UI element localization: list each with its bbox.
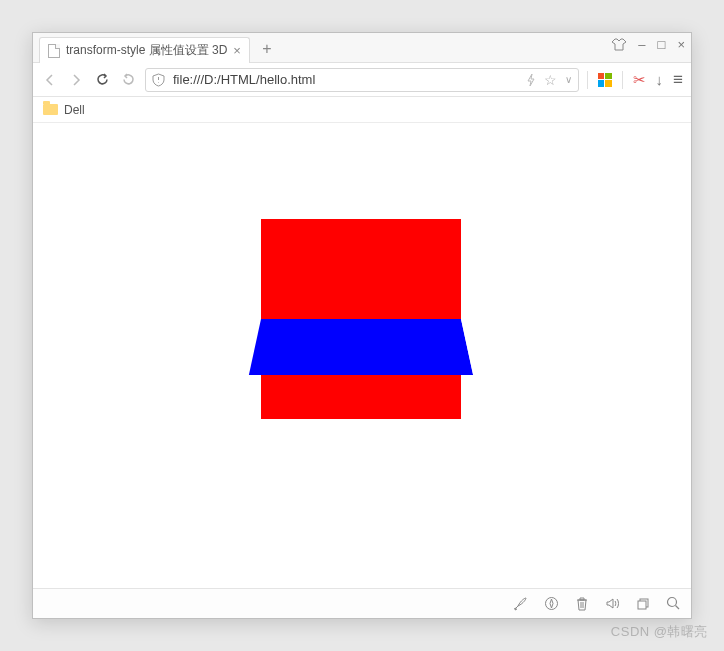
- tab-title: transform-style 属性值设置 3D: [66, 42, 227, 59]
- separator: [587, 71, 588, 89]
- rocket-icon[interactable]: [513, 596, 528, 611]
- tab-strip: transform-style 属性值设置 3D × + – □ ×: [33, 33, 691, 63]
- url-input[interactable]: [171, 71, 520, 88]
- address-right: ☆ ∨: [526, 72, 572, 88]
- separator: [622, 71, 623, 89]
- red-box: [261, 219, 461, 419]
- svg-rect-2: [638, 601, 646, 609]
- browser-tab[interactable]: transform-style 属性值设置 3D ×: [39, 37, 250, 63]
- maximize-button[interactable]: □: [658, 37, 666, 52]
- skin-icon[interactable]: [612, 38, 626, 51]
- restore-icon[interactable]: [636, 597, 650, 611]
- page-viewport: [33, 123, 691, 588]
- trash-icon[interactable]: [575, 596, 589, 611]
- toolbar-right: ✂ ↓ ≡: [587, 70, 683, 90]
- back-button[interactable]: [41, 71, 59, 89]
- status-bar: [33, 588, 691, 618]
- scissors-icon[interactable]: ✂: [633, 71, 646, 89]
- minimize-button[interactable]: –: [638, 37, 645, 52]
- download-icon[interactable]: ↓: [656, 71, 664, 88]
- new-tab-button[interactable]: +: [254, 36, 280, 62]
- bookmarks-bar: Dell: [33, 97, 691, 123]
- forward-button[interactable]: [67, 71, 85, 89]
- search-icon[interactable]: [666, 596, 681, 611]
- shield-icon: [152, 73, 165, 87]
- favorite-icon[interactable]: ☆: [544, 72, 557, 88]
- svg-line-4: [676, 606, 680, 610]
- dropdown-icon[interactable]: ∨: [565, 74, 572, 85]
- blue-box: [249, 319, 473, 375]
- microsoft-logo-icon[interactable]: [598, 73, 612, 87]
- close-button[interactable]: ×: [677, 37, 685, 52]
- reload-button[interactable]: [93, 71, 111, 89]
- address-bar-row: ☆ ∨ ✂ ↓ ≡: [33, 63, 691, 97]
- sound-icon[interactable]: [605, 596, 620, 611]
- svg-point-3: [668, 598, 677, 607]
- compass-icon[interactable]: [544, 596, 559, 611]
- tab-close-icon[interactable]: ×: [233, 44, 241, 57]
- watermark: CSDN @韩曙亮: [611, 623, 708, 641]
- menu-icon[interactable]: ≡: [673, 70, 683, 90]
- bolt-icon[interactable]: [526, 73, 536, 87]
- demo-stage: [261, 219, 461, 419]
- undo-button[interactable]: [119, 71, 137, 89]
- address-bar[interactable]: ☆ ∨: [145, 68, 579, 92]
- folder-icon: [43, 104, 58, 115]
- window-controls: – □ ×: [612, 37, 685, 52]
- browser-window: transform-style 属性值设置 3D × + – □ ×: [32, 32, 692, 619]
- bookmark-item-dell[interactable]: Dell: [64, 103, 85, 117]
- file-icon: [48, 44, 60, 58]
